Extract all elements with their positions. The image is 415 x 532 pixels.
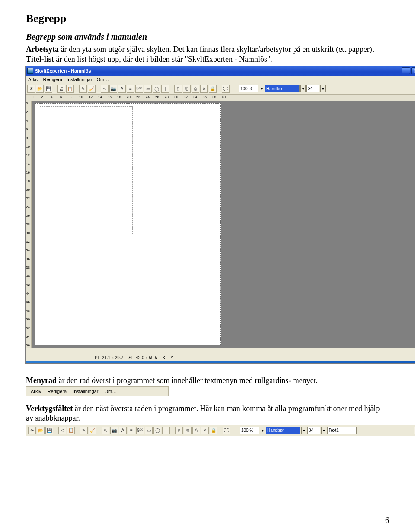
lines-icon[interactable]: ≡ (128, 427, 135, 434)
camera-icon[interactable]: 📷 (110, 427, 118, 434)
save-icon[interactable]: 💾 (45, 427, 53, 434)
ruler-tick: 4 (26, 119, 28, 123)
new-icon[interactable]: ☀ (28, 427, 36, 434)
menu-installningar[interactable]: Inställningar (73, 389, 98, 394)
ruler-tick: 6 (60, 95, 62, 99)
copy-icon[interactable]: ⎘ (175, 427, 183, 434)
preview-icon[interactable]: 📋 (66, 85, 74, 93)
rotate-icon[interactable]: 9⁰⁰ (135, 85, 143, 93)
ruler-tick: 26 (26, 214, 30, 218)
chevron-down-icon[interactable]: ▾ (300, 85, 306, 92)
camera-icon[interactable]: 📷 (109, 85, 117, 93)
paste-icon[interactable]: ⎗ (183, 85, 191, 93)
print-icon[interactable]: 🖨 (58, 427, 66, 434)
preview-icon[interactable]: 📋 (67, 427, 75, 434)
toolbar-figure: ☀ 📂 💾 🖨 📋 ✎ 🧹 ↖ 📷 A ≡ 9⁰⁰ ▭ ◯ | ⎘ ⎗ ⎙ ✕ … (26, 425, 415, 436)
app-screenshot: SkyltExperten - Namnlös _ ❐ ✕ Arkiv Redi… (25, 66, 415, 364)
separator (170, 85, 173, 93)
circle-icon[interactable]: ◯ (153, 427, 161, 434)
text-icon[interactable]: A (119, 427, 127, 434)
line-icon[interactable]: | (162, 427, 170, 434)
save-icon[interactable]: 💾 (45, 85, 52, 93)
page-outline (35, 103, 221, 345)
lines-icon[interactable]: ≡ (127, 85, 134, 93)
ruler-tick: 20 (127, 95, 131, 99)
window-title: SkyltExperten - Namnlös (35, 68, 402, 73)
ruler-tick: 18 (117, 95, 121, 99)
toolbar: ☀ 📂 💾 🖨 📋 ✎ 🧹 ↖ 📷 A ≡ 9⁰⁰ ▭ ◯ | ⎘ ⎗ ⎙ ✕ … (26, 83, 415, 95)
fullscreen-icon[interactable]: ⛶ (223, 427, 230, 434)
ruler-tick: 36 (203, 95, 207, 99)
delete-icon[interactable]: ✕ (200, 85, 208, 93)
separator (76, 427, 79, 434)
text-icon[interactable]: A (118, 85, 126, 93)
font-dropdown[interactable]: Handtext (265, 85, 300, 92)
ruler-tick: 30 (26, 231, 30, 235)
open-icon[interactable]: 📂 (37, 427, 45, 434)
ruler-tick: 22 (26, 196, 30, 200)
fullscreen-icon[interactable]: ⛶ (222, 85, 230, 93)
chevron-down-icon[interactable]: ▾ (260, 427, 265, 434)
print-icon[interactable]: 🖨 (57, 85, 65, 93)
ruler-tick: 24 (146, 95, 150, 99)
line-icon[interactable]: | (161, 85, 169, 93)
rect-icon[interactable]: ▭ (144, 85, 152, 93)
copy-icon[interactable]: ⎘ (174, 85, 182, 93)
app-icon (27, 68, 33, 74)
separator (75, 85, 78, 93)
menu-redigera[interactable]: Redigera (47, 389, 67, 394)
separator (54, 427, 57, 434)
chevron-down-icon[interactable]: ▾ (321, 427, 326, 434)
open-icon[interactable]: 📂 (36, 85, 44, 93)
font-size-dropdown[interactable]: 34 (307, 427, 320, 434)
menu-arkiv[interactable]: Arkiv (31, 389, 41, 394)
menu-om[interactable]: Om… (104, 389, 117, 394)
delete-icon[interactable]: ✕ (201, 427, 209, 434)
rect-icon[interactable]: ▭ (145, 427, 153, 434)
ruler-tick: 34 (193, 95, 197, 99)
ruler-tick: 40 (222, 95, 226, 99)
rotate-icon[interactable]: 9⁰⁰ (136, 427, 144, 434)
workspace-area (40, 106, 133, 234)
pencil-icon[interactable]: ✎ (79, 85, 87, 93)
font-size-dropdown[interactable]: 34 (306, 85, 319, 92)
menyrad-paragraph: Menyrad är den rad överst i programmet s… (26, 376, 389, 386)
page-subheading: Begrepp som används i manualen (26, 32, 389, 42)
lock-icon[interactable]: 🔒 (210, 427, 217, 434)
new-icon[interactable]: ☀ (27, 85, 35, 93)
minimize-button[interactable]: _ (402, 67, 410, 74)
font-dropdown[interactable]: Handtext (266, 427, 300, 434)
brush-icon[interactable]: 🧹 (88, 85, 96, 93)
ruler-tick: 28 (26, 222, 30, 226)
brush-icon[interactable]: 🧹 (89, 427, 96, 434)
ruler-tick: 12 (26, 153, 30, 157)
menu-redigera[interactable]: Redigera (43, 77, 62, 82)
chevron-down-icon[interactable]: ▾ (301, 427, 306, 434)
lock-icon[interactable]: 🔒 (209, 85, 217, 93)
zoom-dropdown[interactable]: 100 % (239, 85, 258, 92)
menu-om[interactable]: Om… (96, 77, 109, 82)
status-bar: PF 21.1 x 29.7 SF 42.0 x 59.5 X Y (26, 354, 415, 361)
cut-icon[interactable]: ⎙ (192, 85, 199, 93)
menu-installningar[interactable]: Inställningar (67, 77, 92, 82)
maximize-button[interactable]: ❐ (411, 67, 415, 74)
verktygsfalt-paragraph: Verktygsfältet är den näst översta raden… (26, 404, 389, 423)
zoom-dropdown[interactable]: 100 % (240, 427, 259, 434)
ruler-tick: 16 (108, 95, 112, 99)
ruler-tick: 10 (26, 145, 30, 149)
pointer-icon[interactable]: ↖ (101, 85, 109, 93)
ruler-tick: 32 (184, 95, 188, 99)
cut-icon[interactable]: ⎙ (192, 427, 200, 434)
pencil-icon[interactable]: ✎ (80, 427, 88, 434)
chevron-down-icon[interactable]: ▾ (259, 85, 264, 92)
intro-paragraph: Arbetsyta är den yta som utgör själva sk… (26, 44, 389, 64)
scrollbar-horizontal[interactable] (26, 348, 415, 354)
menu-arkiv[interactable]: Arkiv (28, 77, 38, 82)
term-verktygsfalt-definition: är den näst översta raden i programmet. … (26, 404, 380, 423)
paste-icon[interactable]: ⎗ (184, 427, 192, 434)
canvas[interactable] (32, 101, 415, 348)
text-field-dropdown[interactable]: Text1 (327, 427, 357, 434)
pointer-icon[interactable]: ↖ (102, 427, 109, 434)
circle-icon[interactable]: ◯ (153, 85, 160, 93)
chevron-down-icon[interactable]: ▾ (320, 85, 326, 92)
